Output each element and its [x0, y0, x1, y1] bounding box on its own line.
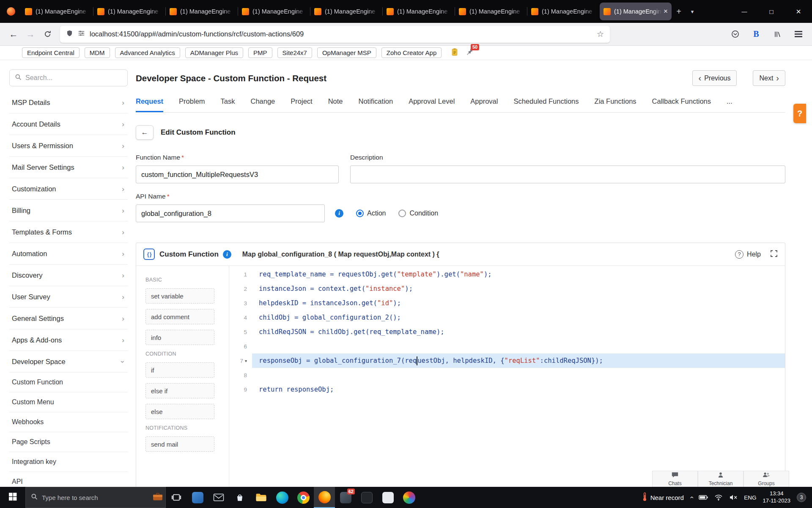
help-button[interactable]: Help: [735, 250, 761, 259]
tab-list-button[interactable]: [686, 5, 699, 18]
function-name-input[interactable]: [136, 166, 339, 183]
browser-tab[interactable]: (1) ManageEngine: [238, 3, 310, 20]
maximize-button[interactable]: [758, 0, 785, 23]
new-tab-button[interactable]: [672, 5, 686, 18]
taskbar-app-app-light[interactable]: [377, 487, 398, 508]
help-tab[interactable]: ?: [793, 104, 806, 123]
code-line[interactable]: 2instanceJson = context.get("instance");: [229, 282, 785, 296]
palette-item-if[interactable]: if: [145, 362, 214, 378]
permissions-icon[interactable]: [78, 30, 85, 39]
clock[interactable]: 13:34 17-11-2023: [763, 490, 790, 505]
tab-problem[interactable]: Problem: [179, 97, 205, 112]
palette-item-else-if[interactable]: else if: [145, 383, 214, 398]
bookmark-advanced-analytics[interactable]: Advanced Analytics: [115, 47, 180, 58]
bookmark-pmp[interactable]: PMP: [248, 47, 272, 58]
tab-project[interactable]: Project: [291, 97, 312, 112]
sidebar-item-apps-add-ons[interactable]: Apps & Add-ons›: [9, 329, 128, 351]
bookmark-site24x7[interactable]: Site24x7: [277, 47, 312, 58]
taskbar-app-task-view[interactable]: [166, 487, 187, 508]
sidebar-item-msp-details[interactable]: MSP Details›: [9, 92, 128, 113]
previous-button[interactable]: Previous: [692, 70, 737, 86]
code-line[interactable]: 5childReqJSON = childObj.get(req_templat…: [229, 325, 785, 339]
library-icon[interactable]: [769, 26, 786, 42]
bookmark-zoho-creator-app[interactable]: Zoho Creator App: [381, 47, 442, 58]
browser-tab[interactable]: (1) ManageEngine: [166, 3, 238, 20]
expand-icon[interactable]: [770, 250, 778, 259]
sidebar-item-users-permission[interactable]: Users & Permission›: [9, 135, 128, 157]
dock-item-chats[interactable]: Chats: [652, 471, 698, 487]
tab-notification[interactable]: Notification: [359, 97, 393, 112]
pin-icon[interactable]: 50: [466, 48, 473, 57]
bookmark-opmanager-msp[interactable]: OpManager MSP: [317, 47, 376, 58]
back-button[interactable]: [5, 26, 22, 42]
back-to-list-button[interactable]: [136, 125, 154, 140]
dock-item-groups[interactable]: Groups: [743, 471, 789, 487]
taskbar-app-file-explorer[interactable]: [250, 487, 272, 508]
sidebar-search-input[interactable]: [25, 74, 122, 82]
sidebar-item-mail-server-settings[interactable]: Mail Server Settings›: [9, 157, 128, 178]
sidebar-subitem-page-scripts[interactable]: Page Scripts: [9, 432, 128, 452]
sidebar-item-user-survey[interactable]: User Survey›: [9, 286, 128, 308]
palette-item-else[interactable]: else: [145, 404, 214, 419]
browser-tab[interactable]: (1) ManageEngine: [527, 3, 599, 20]
radio-action[interactable]: Action: [356, 210, 386, 217]
palette-item-add-comment[interactable]: add comment: [145, 309, 214, 324]
code-editor[interactable]: 1req_template_name = requestObj.get("tem…: [229, 266, 785, 487]
tab-change[interactable]: Change: [251, 97, 275, 112]
fold-arrow-icon[interactable]: ▾: [245, 359, 247, 363]
tab-approval-level[interactable]: Approval Level: [409, 97, 455, 112]
volume-muted-icon[interactable]: [729, 494, 738, 500]
next-button[interactable]: Next: [753, 70, 785, 86]
sidebar-search[interactable]: [9, 69, 128, 86]
minimize-button[interactable]: [731, 0, 758, 23]
url-text[interactable]: localhost:41500/app#/admin/custom-functi…: [90, 30, 592, 38]
palette-item-send-mail[interactable]: send mail: [145, 436, 214, 452]
taskbar-app-store[interactable]: [229, 487, 250, 508]
bookmark-star-icon[interactable]: [597, 29, 604, 39]
refresh-button[interactable]: [39, 26, 56, 42]
taskbar-app-app-blue[interactable]: [187, 487, 208, 508]
start-button[interactable]: [0, 487, 25, 508]
sidebar-subitem-webhooks[interactable]: Webhooks: [9, 412, 128, 432]
sidebar-item-developer-space[interactable]: Developer Space›: [9, 351, 128, 373]
tab-approval[interactable]: Approval: [470, 97, 498, 112]
sidebar-item-automation[interactable]: Automation›: [9, 243, 128, 265]
tab-request[interactable]: Request: [136, 97, 163, 112]
sidebar-subitem-custom-function[interactable]: Custom Function: [9, 373, 128, 392]
info-icon[interactable]: [335, 209, 343, 218]
code-line[interactable]: 8: [229, 368, 785, 382]
taskbar-app-firefox[interactable]: [314, 487, 335, 508]
taskbar-app-chrome[interactable]: [293, 487, 314, 508]
info-icon[interactable]: [223, 250, 231, 259]
dock-item-technician[interactable]: Technician: [698, 471, 743, 487]
browser-tab[interactable]: (1) ManageEngine: [310, 3, 382, 20]
radio-condition[interactable]: Condition: [398, 210, 438, 217]
more-tabs-button[interactable]: ...: [727, 97, 732, 112]
taskbar-search[interactable]: Type here to search: [25, 487, 166, 508]
code-line[interactable]: 4childObj = global_configuration_2();: [229, 310, 785, 325]
tab-close-icon[interactable]: ×: [664, 7, 668, 16]
bookmark-mdm[interactable]: MDM: [85, 47, 110, 58]
notes-icon[interactable]: [451, 48, 458, 58]
menu-button[interactable]: [790, 26, 807, 42]
notification-badge[interactable]: 3: [797, 493, 806, 502]
tray-expand-icon[interactable]: [688, 496, 695, 498]
code-line[interactable]: 3helpdeskID = instanceJson.get("id");: [229, 296, 785, 310]
taskbar-app-app-dark[interactable]: [356, 487, 377, 508]
close-button[interactable]: [785, 0, 812, 23]
sidebar-item-general-settings[interactable]: General Settings›: [9, 308, 128, 329]
url-bar[interactable]: localhost:41500/app#/admin/custom-functi…: [60, 26, 610, 43]
palette-item-set-variable[interactable]: set variable: [145, 288, 214, 304]
sidebar-subitem-integration-key[interactable]: Integration key: [9, 452, 128, 472]
weather-widget[interactable]: Near record: [642, 492, 684, 502]
tab-callback-functions[interactable]: Callback Functions: [652, 97, 711, 112]
browser-tab[interactable]: (1) ManageEngine: [455, 3, 527, 20]
firefox-logo-icon[interactable]: [7, 7, 15, 16]
code-line[interactable]: 1req_template_name = requestObj.get("tem…: [229, 267, 785, 282]
sidebar-item-customization[interactable]: Customization›: [9, 178, 128, 200]
bookmark-endpoint-central[interactable]: Endpoint Central: [22, 47, 80, 58]
taskbar-app-edge[interactable]: [272, 487, 293, 508]
browser-tab[interactable]: (1) ManageEngine×: [600, 3, 672, 20]
bookmark-admanager-plus[interactable]: ADManager Plus: [185, 47, 243, 58]
battery-icon[interactable]: [699, 495, 708, 500]
